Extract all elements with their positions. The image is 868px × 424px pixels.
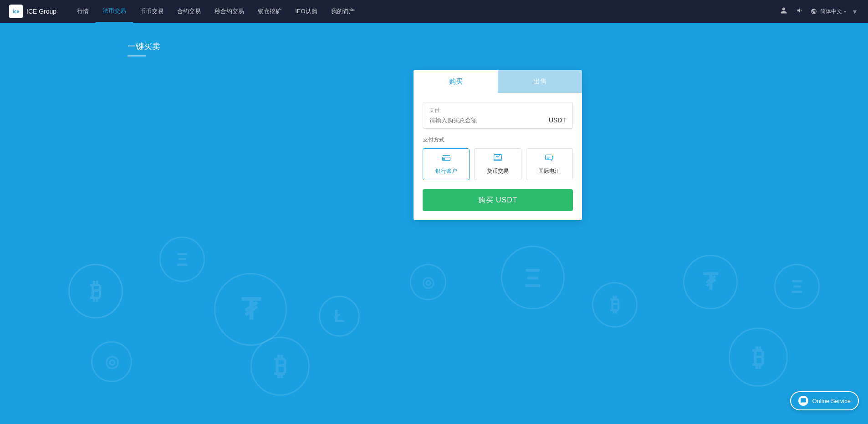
payment-method-wire[interactable]: 国际电汇: [526, 148, 573, 180]
user-icon[interactable]: [778, 5, 790, 18]
nav-fiat[interactable]: 法币交易: [96, 0, 133, 23]
nav-mining[interactable]: 锁仓挖矿: [251, 0, 288, 23]
online-service-button[interactable]: Online Service: [790, 391, 859, 410]
logo-icon: ice: [9, 5, 23, 18]
payment-methods: 银行账户 货币交易: [423, 148, 573, 180]
nav-assets[interactable]: 我的资产: [324, 0, 362, 23]
wire-label: 国际电汇: [538, 167, 560, 175]
card-body: 支付 USDT 支付方式: [414, 93, 582, 220]
language-selector[interactable]: 简体中文 ▾: [811, 8, 846, 15]
bank-icon: [442, 153, 451, 165]
online-service-icon: [798, 396, 808, 406]
volume-icon[interactable]: [794, 5, 806, 18]
payment-input-label: 支付: [429, 107, 566, 114]
online-service-text: Online Service: [812, 398, 851, 404]
svg-rect-0: [442, 155, 450, 156]
logo-text: ICE Group: [26, 8, 56, 15]
lang-dropdown-icon: ▾: [844, 9, 846, 14]
payment-method-trade[interactable]: 货币交易: [474, 148, 521, 180]
buy-button[interactable]: 购买 USDT: [423, 189, 573, 211]
svg-rect-2: [443, 158, 444, 160]
trading-card: 购买 出售 支付 USDT 支付方式: [414, 70, 582, 220]
wire-icon: [545, 153, 554, 165]
payment-method-bank[interactable]: 银行账户: [423, 148, 470, 180]
tab-sell[interactable]: 出售: [498, 70, 582, 93]
bank-label: 银行账户: [435, 167, 457, 175]
payment-currency: USDT: [549, 116, 566, 124]
page-title-section: 一键买卖: [128, 41, 868, 56]
payment-method-label: 支付方式: [423, 136, 573, 144]
navbar: ice ICE Group 行情 法币交易 币币交易 合约交易 秒合约交易 锁仓…: [0, 0, 868, 23]
payment-input-group: 支付 USDT: [423, 102, 573, 129]
trade-label: 货币交易: [487, 167, 509, 175]
nav-contract[interactable]: 合约交易: [170, 0, 208, 23]
payment-amount-input[interactable]: [429, 117, 549, 124]
more-icon[interactable]: ▾: [851, 5, 859, 18]
page-content: 一键买卖 购买 出售 支付 USDT 支付方式: [0, 23, 868, 220]
nav-ieo[interactable]: IEO认购: [288, 0, 324, 23]
tab-buy[interactable]: 购买: [414, 70, 498, 93]
tabs: 购买 出售: [414, 70, 582, 93]
trade-icon: [493, 153, 502, 165]
nav-second-contract[interactable]: 秒合约交易: [208, 0, 251, 23]
payment-input-row: USDT: [429, 116, 566, 124]
page-title: 一键买卖: [128, 41, 868, 52]
logo[interactable]: ice ICE Group: [9, 5, 56, 18]
nav-right: 简体中文 ▾ ▾: [778, 5, 859, 18]
nav-market[interactable]: 行情: [70, 0, 96, 23]
nav-crypto[interactable]: 币币交易: [133, 0, 170, 23]
page-title-underline: [128, 56, 146, 56]
nav-links: 行情 法币交易 币币交易 合约交易 秒合约交易 锁仓挖矿 IEO认购 我的资产: [70, 0, 778, 23]
